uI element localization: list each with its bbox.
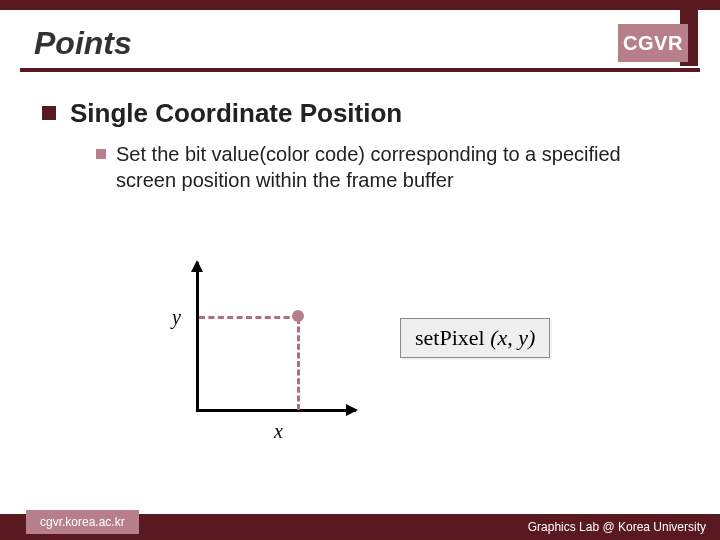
footer-left-tab: cgvr.korea.ac.kr <box>26 510 139 534</box>
dashed-x-guide <box>297 318 300 410</box>
point-marker-icon <box>292 310 304 322</box>
footer-right-text: Graphics Lab @ Korea University <box>528 520 706 534</box>
top-strip <box>0 0 720 10</box>
x-label: x <box>274 420 283 443</box>
header: Points CGVR <box>0 10 720 68</box>
axes-diagram: y x <box>174 262 354 422</box>
y-axis <box>196 262 199 412</box>
dashed-y-guide <box>199 316 299 319</box>
level1-text: Single Coordinate Position <box>70 98 402 129</box>
content-area: Single Coordinate Position Set the bit v… <box>0 72 720 193</box>
badge-label: CGVR <box>618 24 688 62</box>
level2-text: Set the bit value(color code) correspond… <box>116 141 636 193</box>
slide-title: Points <box>34 25 132 68</box>
square-bullet-small-icon <box>96 149 106 159</box>
brand-badge: CGVR <box>618 18 698 68</box>
setpixel-callout: setPixel (x, y) <box>400 318 550 358</box>
bullet-level-2: Set the bit value(color code) correspond… <box>96 141 660 193</box>
function-args: (x, y) <box>490 325 535 350</box>
x-axis <box>196 409 356 412</box>
function-name: setPixel <box>415 325 485 350</box>
y-label: y <box>172 306 181 329</box>
square-bullet-icon <box>42 106 56 120</box>
bullet-level-1: Single Coordinate Position <box>42 98 660 129</box>
